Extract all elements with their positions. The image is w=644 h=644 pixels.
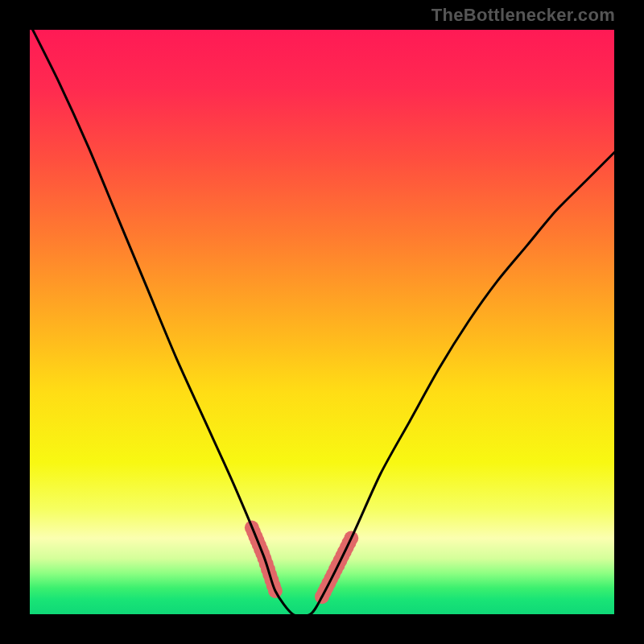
- gradient-background: [30, 30, 614, 614]
- chart-frame: TheBottlenecker.com: [0, 0, 644, 644]
- plot-area: [30, 30, 614, 614]
- svg-rect-0: [30, 30, 614, 614]
- watermark-text: TheBottlenecker.com: [431, 5, 615, 26]
